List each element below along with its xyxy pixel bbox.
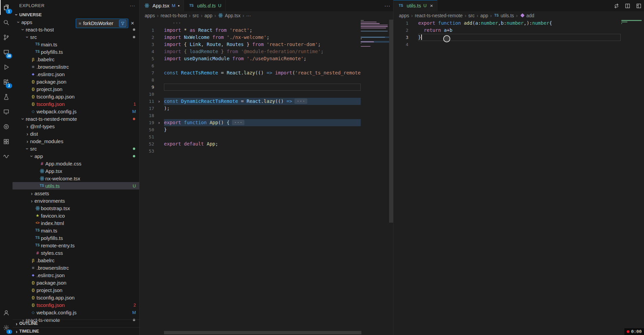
tree-item[interactable]: TSpolyfills.ts [13,234,139,242]
tree-item[interactable]: β.babelrc [13,256,139,264]
outline-section[interactable]: › OUTLINE [13,319,139,327]
tree-item[interactable]: nx-welcome.tsx [13,175,139,182]
tree-item[interactable]: #App.module.css [13,160,139,167]
tree-item[interactable]: ›dist [13,130,139,137]
tree-item[interactable]: {}tsconfig.json2 [13,301,139,309]
code-line[interactable]: 50} [139,126,393,133]
more-actions-icon[interactable]: ··· [130,3,135,8]
tree-item[interactable]: β.babelrc [13,55,139,63]
code-line[interactable]: 3import { Link, Route, Routes } from 're… [139,41,393,48]
tree-item[interactable]: ◇webpack.config.jsM [13,108,139,115]
activity-explorer[interactable]: 1 [0,0,13,15]
tree-item[interactable]: TSpolyfills.ts [13,48,139,55]
tree-item[interactable]: TSutils.tsU [13,182,139,189]
customize-layout-button[interactable] [633,2,644,9]
tree-item[interactable]: {}tsconfig.app.json [13,93,139,100]
activity-settings[interactable]: 1 [0,320,13,335]
tree-item[interactable]: TSmain.ts [13,41,139,48]
breadcrumb-item[interactable]: src [193,13,199,18]
split-editor-button[interactable] [622,2,633,9]
code-line[interactable]: 10 [139,91,393,98]
breadcrumb-item-file[interactable]: TS utils.ts [494,13,514,18]
tree-item[interactable]: TSmain.ts [13,227,139,234]
close-icon[interactable]: × [430,3,433,8]
tree-item[interactable]: App.tsx [13,167,139,175]
dirty-dot-icon[interactable]: ● [178,4,180,7]
code-line[interactable]: 2 return a+b [393,27,644,34]
activity-extension-misc[interactable] [0,149,13,164]
horizontal-scrollbar[interactable] [164,331,361,334]
code-line[interactable]: 51 [139,133,393,140]
tree-item[interactable]: ›app [13,152,139,160]
tree-item[interactable]: {}tsconfig.json1 [13,100,139,108]
breadcrumb-item[interactable]: app [480,13,488,18]
code-line[interactable]: 11›const DynamicReactTsRemote = React.la… [139,98,393,105]
code-line[interactable]: 18 [139,112,393,119]
activity-account[interactable] [0,305,13,320]
tab-utils-d-ts[interactable]: TS utils.d.ts U [184,0,225,11]
code-line[interactable]: 4import { loadRemote } from '@module-fed… [139,48,393,55]
code-line[interactable]: 6 [139,62,393,69]
filter-box[interactable]: ≡ forkDtsWorker [76,19,128,28]
activity-nx-console[interactable] [0,134,13,149]
code-line[interactable]: 4 [393,41,644,48]
filter-icon[interactable] [119,20,126,27]
code-editor[interactable]: ···1import * as React from 'react';2impo… [139,20,393,335]
tree-item[interactable]: bootstrap.tsx [13,204,139,212]
tree-item[interactable]: ›@mf-types [13,122,139,130]
tree-item[interactable]: {}package.json [13,279,139,286]
activity-remote-explorer[interactable] [0,104,13,119]
activity-search[interactable] [0,15,13,30]
tree-item[interactable]: ≡.browserslistrc [13,63,139,70]
code-line[interactable]: ··· [139,20,393,27]
tab-app-tsx[interactable]: App.tsx M ● [139,0,184,11]
tree-item[interactable]: ≡.browserslistrc [13,264,139,271]
tree-item[interactable]: ◆.eslintrc.json [13,70,139,78]
close-icon[interactable]: × [130,20,135,27]
breadcrumb-item[interactable]: app [205,13,212,18]
breadcrumb-item[interactable]: ··· [246,13,251,18]
activity-gitlens[interactable] [0,119,13,134]
tab-utils-ts[interactable]: TS utils.ts U × [393,0,437,11]
more-actions-icon[interactable]: ··· [382,3,393,8]
open-changes-button[interactable] [611,2,622,9]
activity-run-debug[interactable] [0,60,13,74]
activity-extensions[interactable]: 3 [0,74,13,89]
code-line[interactable]: 17); [139,105,393,112]
fold-chevron-icon[interactable]: › [154,98,164,105]
tree-item[interactable]: ›assets [13,189,139,197]
filter-input[interactable]: forkDtsWorker [83,21,117,26]
code-editor[interactable]: 1export function add(a:number,b:number,)… [393,20,644,335]
breadcrumb-item[interactable]: apps [399,13,409,18]
breadcrumb-item[interactable]: react-ts-nested-remote [415,13,463,18]
tree-item[interactable]: {}tsconfig.app.json [13,294,139,301]
code-line[interactable]: 5import useDynamicModule from './useDyna… [139,55,393,62]
activity-testing[interactable] [0,89,13,104]
tree-item[interactable]: ★favicon.ico [13,212,139,219]
workspace-section-header[interactable]: › UNIVERSE [13,11,139,18]
tree-item[interactable]: {}project.json [13,286,139,294]
vertical-scrollbar[interactable] [389,20,393,223]
fold-chevron-icon[interactable]: › [154,119,164,126]
breadcrumb-item-symbol[interactable]: add [520,13,534,18]
timeline-section[interactable]: › TIMELINE [13,327,139,335]
code-line[interactable]: 7const ReactTsRemote = React.lazy(() => … [139,69,393,76]
minimap[interactable] [361,20,389,60]
code-line[interactable]: 2import NxWelcome from './nx-welcome'; [139,34,393,41]
tree-item[interactable]: ◇webpack.config.jsM [13,309,139,316]
tree-item[interactable]: ›environments [13,197,139,204]
tree-item[interactable]: TSremote-entry.ts [13,242,139,249]
tree-item[interactable]: {}project.json [13,85,139,93]
tree-item[interactable]: ◆.eslintrc.json [13,271,139,279]
activity-source-control[interactable] [0,30,13,45]
tree-item[interactable]: <>index.html [13,219,139,227]
tree-item[interactable]: ›src [13,145,139,152]
breadcrumb-item[interactable]: src [468,13,475,18]
breadcrumb-item[interactable]: react-ts-host [161,13,187,18]
code-line[interactable]: 8 [139,76,393,84]
breadcrumb-item-file[interactable]: App.tsx [218,13,241,18]
breadcrumb-item[interactable]: apps [145,13,155,18]
tree-item[interactable]: ›node_modules [13,137,139,145]
code-line[interactable]: 19›export function App() {··· [139,119,393,126]
code-line[interactable]: 1export function add(a:number,b:number,)… [393,20,644,27]
